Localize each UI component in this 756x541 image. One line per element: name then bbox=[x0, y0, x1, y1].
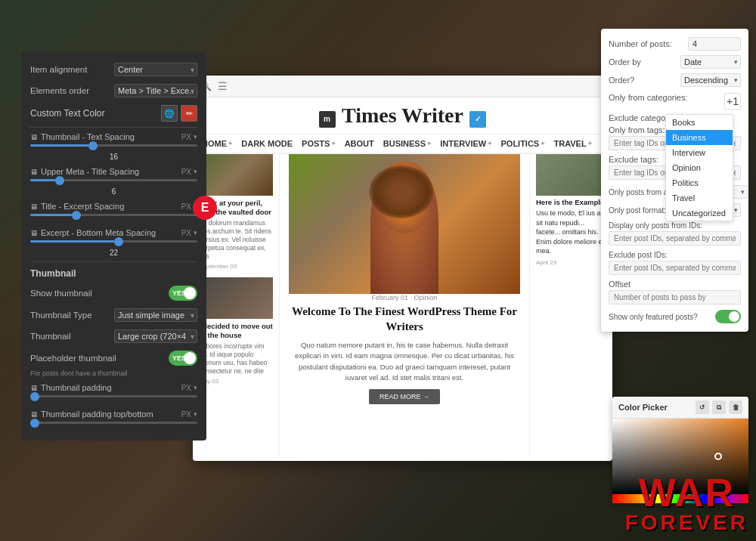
order-by-label: Order by bbox=[609, 57, 641, 66]
thumbnail-padding-topbottom-thumb[interactable] bbox=[30, 419, 39, 428]
thumbnail-text-spacing-value: 16 bbox=[30, 153, 197, 161]
color-picker-header: Color Picker ↺ ⧉ 🗑 bbox=[612, 397, 748, 419]
order-select[interactable]: Descending Ascending bbox=[680, 73, 741, 87]
display-only-posts-input[interactable] bbox=[609, 231, 741, 246]
categories-list: Books Business Interview Opinion Politic… bbox=[665, 114, 733, 221]
elements-order-select[interactable]: Meta > Title > Exce... bbox=[114, 84, 197, 97]
show-thumbnail-label: Show thumbnail bbox=[30, 289, 92, 298]
thumbnail-padding-topbottom-value-box: PX ▾ bbox=[181, 410, 197, 419]
excerpt-bottom-thumb[interactable] bbox=[114, 237, 123, 246]
placeholder-thumbnail-row: Placeholder thumbnail YES bbox=[21, 347, 206, 369]
px-label-5: PX bbox=[181, 384, 191, 392]
upper-meta-title-spacing-section: 🖥 Upper Meta - Title Spacing PX ▾ 6 bbox=[21, 164, 206, 199]
px-label-3: PX bbox=[181, 202, 191, 211]
custom-text-color-row: Custom Text Color 🌐 ✏ bbox=[21, 101, 206, 125]
nav-home[interactable]: HOME+ bbox=[202, 139, 232, 148]
excerpt-bottom-spacing-section: 🖥 Excerpt - Bottom Meta Spacing PX ▾ 22 bbox=[21, 225, 206, 260]
right-sidebar: Here is the Example Usu te modo, El ius … bbox=[529, 154, 612, 456]
thumbnail-padding-topbottom-track bbox=[30, 422, 197, 424]
thumbnail-select-wrapper: Large crop (720×4 bbox=[114, 329, 197, 343]
elementor-badge: E bbox=[193, 196, 217, 220]
right-article-text: Usu te modo, El ius ad sit natu repudi..… bbox=[536, 209, 606, 256]
thumbnail-text-spacing-track bbox=[30, 144, 197, 147]
show-only-featured-label: Show only featured posts? bbox=[609, 313, 698, 321]
order-by-select[interactable]: Date Title Random bbox=[680, 55, 741, 69]
exclude-post-ids-input[interactable] bbox=[609, 261, 741, 275]
excerpt-bottom-label: 🖥 Excerpt - Bottom Meta Spacing bbox=[30, 228, 156, 237]
number-of-posts-label: Number of posts: bbox=[609, 39, 672, 48]
px-label-4: PX bbox=[181, 229, 191, 237]
only-post-format-label: Only post format: bbox=[609, 206, 666, 215]
nav-dark-mode[interactable]: DARK MODE bbox=[241, 139, 293, 148]
number-of-posts-row: Number of posts: bbox=[601, 35, 748, 53]
small-article-1-img bbox=[199, 154, 273, 196]
categories-dropdown-container: +1 Books Business Interview Opinion Poli… bbox=[724, 93, 741, 110]
offset-label: Offset bbox=[609, 280, 631, 289]
browser-menu-icon[interactable]: ☰ bbox=[218, 80, 228, 92]
category-interview[interactable]: Interview bbox=[666, 145, 733, 160]
small-article-2-img bbox=[199, 277, 273, 319]
upper-meta-title-track bbox=[30, 179, 197, 181]
color-picker-cursor bbox=[714, 453, 722, 460]
px-dropdown-4[interactable]: ▾ bbox=[194, 229, 197, 236]
right-article-img bbox=[536, 154, 606, 196]
px-dropdown-6[interactable]: ▾ bbox=[194, 410, 197, 418]
excerpt-bottom-value: 22 bbox=[30, 249, 197, 257]
title-excerpt-thumb[interactable] bbox=[72, 211, 81, 220]
pencil-color-icon[interactable]: ✏ bbox=[181, 105, 197, 122]
read-more-button[interactable]: READ MORE → bbox=[369, 389, 440, 404]
nav-about[interactable]: ABOUT bbox=[345, 139, 374, 148]
show-thumbnail-toggle[interactable]: YES bbox=[169, 286, 197, 301]
px-dropdown-2[interactable]: ▾ bbox=[194, 168, 197, 175]
main-article-excerpt: Quo natum nemore putant in, his te case … bbox=[289, 340, 520, 383]
category-politics[interactable]: Politics bbox=[666, 175, 733, 190]
color-picker-refresh-icon[interactable]: ↺ bbox=[696, 400, 709, 414]
small-article-1-text: Ap dolorum mandamus ines.archum te. Sit … bbox=[199, 219, 273, 261]
thumbnail-padding-thumb[interactable] bbox=[30, 392, 39, 401]
thumbnail-select[interactable]: Large crop (720×4 bbox=[114, 329, 197, 343]
war-forever-branding: WAR FOREVER bbox=[625, 473, 748, 533]
nav-interview[interactable]: INTERVIEW+ bbox=[440, 139, 491, 148]
thumbnail-text-spacing-thumb[interactable] bbox=[88, 141, 98, 150]
item-alignment-select[interactable]: Center Left Right bbox=[114, 63, 197, 76]
custom-text-color-label: Custom Text Color bbox=[30, 108, 104, 119]
item-alignment-select-wrapper: Center Left Right bbox=[114, 63, 197, 76]
order-row: Order? Descending Ascending bbox=[601, 71, 748, 89]
category-uncategorized[interactable]: Uncategorized bbox=[666, 206, 733, 221]
category-opinion[interactable]: Opinion bbox=[666, 160, 733, 175]
number-of-posts-input[interactable] bbox=[688, 37, 741, 51]
item-alignment-label: Item alignment bbox=[30, 65, 87, 74]
exclude-post-ids-label: Exclude post IDs: bbox=[609, 251, 668, 259]
nav-business[interactable]: BUSINESS+ bbox=[383, 139, 432, 148]
site-logo-m-icon: m bbox=[319, 111, 336, 128]
color-picker-copy-icon[interactable]: ⧉ bbox=[712, 400, 726, 414]
nav-politics[interactable]: POLITICS+ bbox=[500, 139, 544, 148]
elements-order-select-wrapper: Meta > Title > Exce... bbox=[114, 84, 197, 97]
category-books[interactable]: Books bbox=[666, 115, 733, 130]
categories-plus-button[interactable]: +1 bbox=[724, 93, 741, 110]
category-travel[interactable]: Travel bbox=[666, 190, 733, 206]
content-area: Enter at your peril, past the vaulted do… bbox=[193, 154, 612, 456]
site-nav: HOME+ DARK MODE POSTS+ ABOUT BUSINESS+ I… bbox=[193, 134, 612, 154]
divider-2 bbox=[30, 261, 197, 262]
browser-header: 🔍 ☰ bbox=[193, 76, 612, 97]
nav-travel[interactable]: TRAVEL+ bbox=[553, 139, 591, 148]
px-dropdown-1[interactable]: ▾ bbox=[194, 133, 197, 141]
thumbnail-type-select-wrapper: Just simple image bbox=[114, 308, 197, 322]
thumbnail-type-select[interactable]: Just simple image bbox=[114, 308, 197, 322]
nav-posts[interactable]: POSTS+ bbox=[302, 139, 336, 148]
placeholder-thumbnail-label: Placeholder thumbnail bbox=[30, 354, 116, 363]
category-business[interactable]: Business bbox=[666, 130, 733, 145]
small-article-2-title: I decided to move out of the house bbox=[199, 322, 273, 341]
offset-input[interactable] bbox=[609, 290, 741, 305]
thumbnail-text-spacing-fill bbox=[30, 144, 88, 147]
upper-meta-title-thumb[interactable] bbox=[55, 176, 64, 185]
globe-color-icon[interactable]: 🌐 bbox=[161, 105, 178, 122]
color-picker-trash-icon[interactable]: 🗑 bbox=[729, 400, 742, 414]
px-dropdown-5[interactable]: ▾ bbox=[194, 384, 197, 391]
placeholder-note: For posts dont have a thumbnail bbox=[21, 369, 206, 380]
placeholder-thumbnail-toggle[interactable]: YES bbox=[169, 351, 197, 366]
show-only-featured-toggle[interactable] bbox=[715, 310, 741, 323]
list-item: I decided to move out of the house Labor… bbox=[199, 277, 273, 385]
left-settings-panel: Item alignment Center Left Right Element… bbox=[21, 51, 206, 441]
